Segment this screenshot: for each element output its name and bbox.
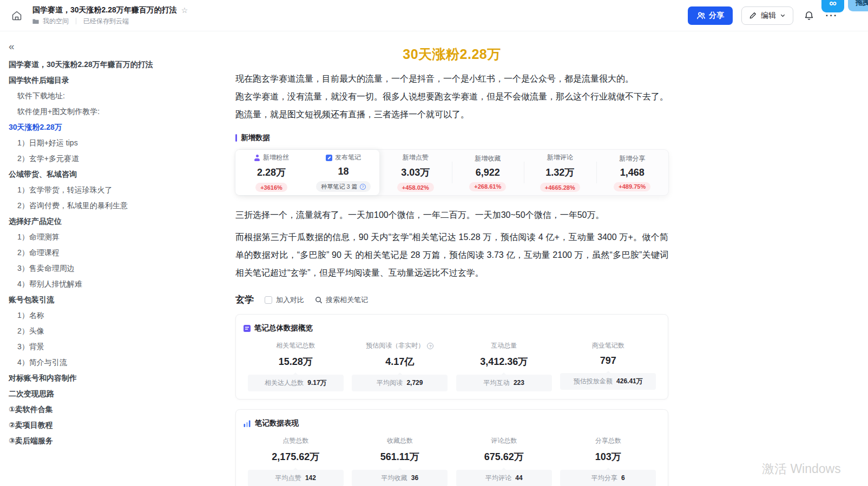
stat-column: 评论总数 ? 675.62万 平均评论 44 — [452, 436, 556, 486]
outline-item[interactable]: 30天涨粉2.28万 — [9, 123, 221, 131]
share-label: 分享 — [709, 11, 724, 21]
stat-badge-text: +3616% — [260, 184, 282, 191]
assistant-pill[interactable]: 拖拽全 — [848, 0, 868, 11]
stat-column: 新增收藏 6,922 +268.61% ? — [452, 150, 524, 195]
notes-overview-card: 笔记总体数据概览 相关笔记总数 ? 15.28万 相关达人总数 9.17万 — [235, 314, 668, 400]
stat-label: 新增评论 — [547, 153, 573, 162]
outline-item[interactable]: 2）玄学+多元赛道 — [9, 155, 221, 162]
stat-value: 103万 — [595, 450, 621, 463]
stat-column: 互动总量 ? 3,412.36万 平均互动 223 — [452, 341, 556, 391]
stat-column: 新增点赞 3.03万 +458.02% ? — [379, 150, 452, 195]
stat-label: 收藏总数 — [387, 436, 413, 445]
bar-chart-icon — [244, 420, 251, 427]
outline-item-label: 1）命理测算 — [17, 232, 60, 241]
outline-item[interactable]: 2）头像 — [9, 327, 221, 335]
new-data-stats-card: 新增粉丝 2.28万 +3616% ? 发布笔记 18 — [235, 150, 668, 195]
substat-label: 平均分享 — [591, 474, 617, 482]
body-paragraph: 跑玄学赛道，没有流量，就没有一切。很多人说想要跑玄学赛道，但是不会做流量，那么这… — [235, 88, 668, 105]
outline-item[interactable]: 3）背景 — [9, 343, 221, 350]
outline-item[interactable]: 1）命理测算 — [9, 233, 221, 241]
stat-column: 分享总数 ? 103万 平均分享 6 — [556, 436, 661, 486]
outline-item-label: 2）头像 — [17, 327, 44, 335]
title-block: 国学赛道，30天涨粉2.28万年赚百万的打法 ☆ 我的空间 已经保存到云端 — [32, 5, 188, 26]
outline-item[interactable]: 1）玄学带货，转运珍珠火了 — [9, 186, 221, 194]
outline-item[interactable]: 1）日期+好运 tips — [9, 139, 221, 147]
outline-item[interactable]: 国学软件后端目录 — [9, 76, 221, 84]
stat-icon — [326, 155, 332, 161]
outline-item-label: 对标账号和内容制作 — [9, 374, 77, 382]
stat-column: 相关笔记总数 ? 15.28万 相关达人总数 9.17万 — [244, 341, 348, 391]
outline-item-label: 软件使用+图文制作教学: — [17, 107, 100, 116]
chevron-down-icon — [780, 12, 786, 18]
stat-column: 发布笔记 18 种草笔记 3 篇 ? — [307, 150, 379, 195]
outline-item[interactable]: ③卖后端服务 — [9, 437, 221, 444]
stat-value: 3.03万 — [401, 166, 430, 179]
favorite-star-icon[interactable]: ☆ — [181, 6, 188, 14]
outline-item-label: 国学软件后端目录 — [9, 76, 69, 84]
outline-item[interactable]: 账号包装引流 — [9, 296, 221, 303]
outline-item[interactable]: 1）名称 — [9, 311, 221, 319]
outline-item[interactable]: ②卖项目教程 — [9, 421, 221, 429]
search-related-notes[interactable]: 搜索相关笔记 — [315, 295, 368, 305]
assistant-widget[interactable]: ∞ 拖拽全 — [821, 0, 868, 12]
outline-item-label: 4）简介与引流 — [17, 358, 67, 367]
outline-item-label: 2）命理课程 — [17, 248, 60, 257]
outline-item[interactable]: 2）咨询付费，私域里的暴利生意 — [9, 202, 221, 209]
stat-subpill: 平均阅读 2,729 — [352, 375, 448, 391]
document-body: 30天涨粉2.28万 现在跑玄学赛道流量，目前最大的流量，一个是抖音，一个是小红… — [235, 31, 668, 486]
outline-item[interactable]: ①卖软件合集 — [9, 405, 221, 413]
stat-label: 评论总数 — [491, 436, 517, 445]
outline-item-label: 1）名称 — [17, 311, 44, 319]
outline-item-label: 2）玄学+多元赛道 — [17, 154, 79, 163]
share-button[interactable]: 分享 — [688, 6, 733, 25]
stat-badge-text: +268.61% — [474, 183, 501, 190]
notifications-button[interactable] — [802, 9, 816, 23]
substat-label: 平均阅读 — [377, 379, 403, 387]
stat-value: 15.28万 — [279, 355, 313, 368]
outline-list: 国学赛道，30天涨粉2.28万年赚百万的打法 国学软件后端目录 软件下载地址: … — [9, 61, 221, 444]
stat-label: 预估阅读（非实时） — [366, 341, 424, 350]
infinity-icon[interactable]: ∞ — [821, 0, 844, 12]
stat-badge-text: 种草笔记 3 篇 — [321, 183, 357, 191]
compare-checkbox[interactable] — [265, 296, 272, 304]
outline-item[interactable]: 软件下载地址: — [9, 92, 221, 99]
edit-mode-button[interactable]: 编辑 — [741, 6, 793, 25]
outline-item[interactable]: 选择好产品定位 — [9, 217, 221, 225]
page-title: 30天涨粉2.28万 — [235, 45, 668, 63]
document-title: 国学赛道，30天涨粉2.28万年赚百万的打法 — [32, 5, 177, 15]
collapse-sidebar-icon[interactable]: « — [9, 41, 15, 51]
home-button[interactable] — [10, 9, 24, 23]
outline-item[interactable]: 二次变现思路 — [9, 390, 221, 397]
outline-item[interactable]: 4）简介与引流 — [9, 358, 221, 366]
card-header: 笔记数据表现 — [244, 418, 660, 428]
new-data-secondary-panel: 新增点赞 3.03万 +458.02% ? 新增收藏 6,922 — [379, 150, 668, 195]
card-title: 笔记数据表现 — [255, 418, 299, 428]
stat-icon — [254, 155, 260, 161]
stat-badge-text: +4665.28% — [545, 184, 575, 191]
outline-item[interactable]: 国学赛道，30天涨粉2.28万年赚百万的打法 — [9, 61, 221, 68]
substat-label: 预估投放金额 — [574, 377, 613, 385]
breadcrumb-space[interactable]: 我的空间 — [43, 17, 69, 26]
compare-checkbox-group[interactable]: 加入对比 — [265, 295, 304, 305]
substat-label: 平均点赞 — [275, 474, 301, 482]
outline-item[interactable]: 软件使用+图文制作教学: — [9, 108, 221, 115]
outline-item-label: 4）帮别人排忧解难 — [17, 279, 82, 288]
stat-label: 互动总量 — [491, 341, 517, 350]
stat-subpill: 平均点赞 142 — [248, 470, 344, 486]
stat-column: 点赞总数 ? 2,175.62万 平均点赞 142 — [244, 436, 348, 486]
outline-item[interactable]: 公域带货、私域咨询 — [9, 170, 221, 178]
compare-label: 加入对比 — [276, 295, 304, 305]
body-paragraph: 而根据第三方千瓜数据的信息，90 天内“玄学”相关笔记达 15.28 万，预估阅… — [235, 228, 668, 282]
outline-item[interactable]: 3）售卖命理周边 — [9, 264, 221, 272]
outline-item[interactable]: 4）帮别人排忧解难 — [9, 280, 221, 288]
stat-column: 收藏总数 ? 561.11万 平均收藏 36 — [348, 436, 452, 486]
outline-sidebar: « 国学赛道，30天涨粉2.28万年赚百万的打法 国学软件后端目录 软件下载地址… — [0, 31, 229, 486]
substat-value: 2,729 — [406, 379, 423, 387]
outline-item[interactable]: 2）命理课程 — [9, 249, 221, 256]
stat-value: 675.62万 — [484, 450, 524, 463]
info-icon[interactable]: ? — [427, 343, 433, 349]
outline-item[interactable]: 对标账号和内容制作 — [9, 374, 221, 382]
stat-label: 发布笔记 — [335, 153, 361, 162]
question-icon[interactable]: ? — [360, 184, 366, 190]
stat-value: 1,468 — [620, 167, 645, 178]
